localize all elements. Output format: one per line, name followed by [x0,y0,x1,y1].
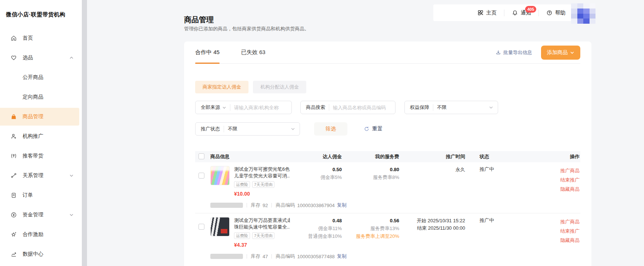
row-checkbox[interactable] [198,224,204,230]
stock-label: 库存 [251,202,260,209]
sidebar-item-orders[interactable]: 订单 [0,186,82,204]
sidebar-item-relation-management[interactable]: 关系管理 [0,167,82,184]
col-product-info: 商品信息 [208,153,290,160]
sidebar-item-label: 选品 [23,54,33,61]
meta-divider [247,254,247,259]
merchant-name-input[interactable] [234,105,290,110]
product-title-line1[interactable]: 测试金万年可擦荧光笔6色 [234,166,290,173]
product-code-label: 商品编码 [276,202,295,209]
product-title-line2[interactable]: 儿童学生荧光大容量可消... [234,173,290,179]
field-divider [230,104,230,111]
product-search-input[interactable] [333,105,388,110]
reset-button[interactable]: 重置 [364,126,383,132]
batch-export-label: 批量导出信息 [503,49,532,56]
user-avatar[interactable] [571,3,595,24]
sidebar-item-product-management[interactable]: 商品管理 [0,108,79,126]
product-meta-row: 库存 92 商品编码 10000303867904 复制 [210,200,580,210]
promotion-status-label: 推广状态 [196,126,220,132]
tab-expired[interactable]: 已失效 63 [241,41,266,63]
tag-freight-insurance: 运费险 [234,181,250,188]
action-hide-product[interactable]: 隐藏商品 [513,236,580,245]
meta-divider [271,203,272,207]
sidebar-item-label: 公开商品 [23,74,43,81]
action-hide-product[interactable]: 隐藏商品 [513,184,580,194]
pick-icon [10,54,17,61]
sidebar-item-home[interactable]: 首页 [0,29,82,47]
promotion-status-filter[interactable]: 推广状态 不限 [195,122,300,136]
meta-divider [247,203,247,207]
select-all-checkbox[interactable] [198,153,204,159]
sidebar-item-cooperation-incentive[interactable]: 合作激励 [0,226,82,243]
product-code-label: 商品编码 [276,253,295,260]
service-fee-rate: 服务费率13% [342,225,399,232]
pill-merchant-assigned-commission[interactable]: 商家指定达人佣金 [195,81,248,93]
action-promote-product[interactable]: 推广商品 [513,166,580,175]
rights-guarantee-value: 不限 [437,104,447,111]
product-title-line2[interactable]: 珠巨能头速中性笔容量全... [234,224,290,230]
commission-rate: 佣金率11% [290,225,342,232]
filter-row-2: 推广状态 不限 筛选 重置 [195,122,580,136]
sidebar-nav: 首页 选品 公开商品 定向商品 商品管理 机构 [0,29,82,263]
product-title-line1[interactable]: 测试金万年万品荟直液式走 [234,217,290,224]
sidebar-item-agency-promotion[interactable]: 机构推广 [0,127,82,145]
topbar-help-link[interactable]: 帮助 [546,10,565,16]
add-product-button[interactable]: 添加商品 [541,46,580,60]
sidebar-item-pick[interactable]: 选品 [0,49,82,67]
field-divider [329,104,329,111]
notice-count-badge: 405 [525,6,536,13]
product-image[interactable] [210,217,230,236]
tab-cooperating[interactable]: 合作中 45 [195,41,220,63]
sidebar-item-funds-management[interactable]: 资金管理 [0,206,82,224]
filter-button[interactable]: 筛选 [314,122,347,136]
promoter-icon [10,153,17,159]
sidebar-item-promoter-selling[interactable]: 推客带货 [0,147,82,165]
brand-title: 微信小店·联盟带货机构 [0,0,82,18]
service-fee-rate: 服务费率8% [342,173,399,181]
field-divider [433,104,433,111]
sidebar-item-data-center[interactable]: 数据中心 [0,245,82,263]
data-icon [10,251,17,257]
action-end-promotion[interactable]: 结束推广 [513,226,580,236]
product-table: 商品信息 达人佣金 我的服务费 推广时间 状态 操作 测试金万年可擦荧光笔6色 … [195,151,580,261]
sidebar-item-label: 关系管理 [23,172,43,179]
sidebar-item-public-products[interactable]: 公开商品 [0,69,82,86]
product-price: ¥10.00 [234,191,290,197]
stock-value: 92 [263,203,268,208]
sidebar: 微信小店·联盟带货机构 首页 选品 公开商品 定向商品 [0,0,82,266]
tag-7day-return: 7天无理由 [252,232,274,239]
copy-code-link[interactable]: 复制 [337,202,347,209]
sidebar-item-label: 数据中心 [23,251,43,257]
sidebar-item-label: 订单 [23,192,33,199]
action-promote-product[interactable]: 推广商品 [513,217,580,226]
sidebar-item-label: 定向商品 [23,94,43,100]
row-checkbox[interactable] [198,173,204,179]
action-end-promotion[interactable]: 结束推广 [513,175,580,184]
sidebar-item-label: 合作激励 [23,231,43,238]
promotion-status-value: 不限 [228,126,237,132]
pill-agency-allocated-commission[interactable]: 机构分配达人佣金 [253,81,306,93]
copy-code-link[interactable]: 复制 [337,253,347,260]
sidebar-item-targeted-products[interactable]: 定向商品 [0,88,82,106]
sidebar-item-label: 资金管理 [23,212,43,218]
product-image[interactable] [210,166,230,185]
user-promote-icon [10,133,17,140]
meta-divider [271,254,272,259]
rights-guarantee-filter[interactable]: 权益保障 不限 [404,101,498,114]
source-filter-label[interactable]: 全部来源 [196,104,220,111]
topbar-home-link[interactable]: 主页 [477,10,497,16]
topbar-help-label: 帮助 [555,10,565,16]
status-text: 推广中 [480,217,494,223]
topbar-notice-link[interactable]: 通知 405 [512,10,531,16]
field-divider [224,126,224,132]
chevron-down-icon [570,50,574,55]
service-fee-value: 0.80 [342,166,399,173]
commission-type-pills: 商家指定达人佣金 机构分配达人佣金 [195,81,580,93]
source-filter[interactable]: 全部来源 [195,101,292,114]
stock-label: 库存 [251,253,260,260]
product-search-filter[interactable]: 商品搜索 [300,101,396,114]
chevron-down-icon [291,127,295,131]
table-row: 测试金万年可擦荧光笔6色 儿童学生荧光大容量可消... 运费险 7天无理由 ¥1… [195,162,580,210]
commission-rate: 佣金率5% [290,173,342,181]
chevron-down-icon [69,213,74,217]
batch-export-button[interactable]: 批量导出信息 [495,49,532,56]
